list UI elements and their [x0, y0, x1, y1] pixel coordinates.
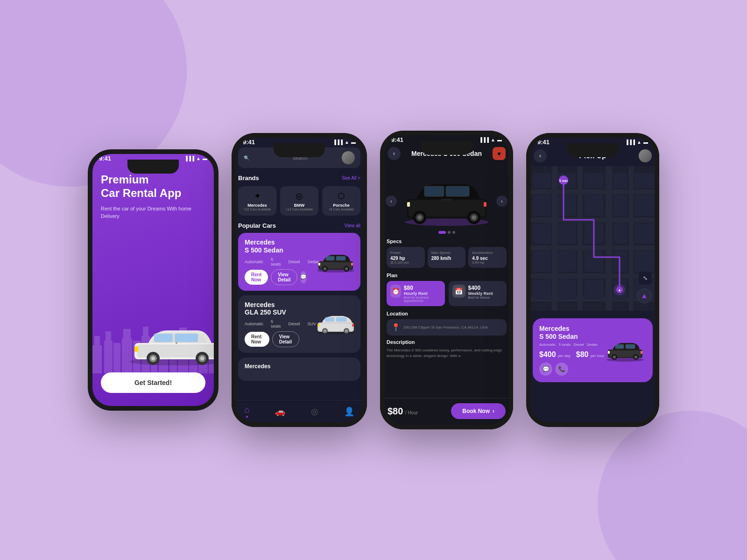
location-address: 200-298 Clipper St San Francisco, CA 941…	[403, 325, 488, 329]
porsche-name: Porsche	[325, 203, 358, 208]
status-icons-3: ▐▐▐ ▲ ▬	[479, 137, 502, 142]
plan-weekly-info: $400 Weekly Rent Best for leisure	[468, 285, 493, 299]
popular-header: Popular Cars View all	[238, 222, 360, 229]
weekly-name: Weekly Rent	[468, 291, 493, 296]
spec-speed-title: Max Speed	[431, 251, 462, 255]
pickup-call-button[interactable]: 📞	[555, 363, 568, 376]
svg-rect-113	[634, 251, 657, 272]
detail-header: ‹ Mercedes S 500 Sedan ♥	[380, 145, 513, 164]
plan-weekly[interactable]: 📅 $400 Weekly Rent Best for leisure	[449, 281, 507, 306]
status-time-2: 9:41	[243, 139, 255, 146]
pickup-spec-seats: 5 seats	[559, 343, 571, 347]
status-time-4: 9:41	[537, 139, 550, 146]
car-image-s500	[315, 250, 357, 273]
car-image-gla250	[315, 312, 357, 336]
spec-accel-sub: 0-60 mp	[472, 261, 503, 264]
get-started-button[interactable]: Get Started!	[101, 372, 205, 393]
svg-rect-110	[558, 251, 576, 272]
favorite-button[interactable]: ♥	[493, 147, 506, 160]
car-card-gla250: MercedesGLA 250 SUV Automatic 5 seats Di…	[238, 295, 360, 353]
pickup-spec-type: Sedan	[587, 343, 598, 347]
book-now-button[interactable]: Book Now ›	[451, 403, 506, 419]
desc-text: The Mercedes S 500 combines luxury, perf…	[387, 348, 507, 359]
nav-cars[interactable]: 🚗	[275, 406, 285, 417]
phone3-screen: 9:41 ▐▐▐ ▲ ▬ ‹ Mercedes S 500 Sedan ♥ ‹	[380, 131, 513, 429]
svg-rect-0	[92, 345, 102, 373]
spec-power-title: Power	[390, 251, 421, 255]
location-pin-icon: 📍	[391, 323, 401, 332]
map-compass[interactable]: ▲	[637, 288, 652, 303]
view-detail-button-gla250[interactable]: View Detail	[272, 331, 299, 347]
signal-icon-3: ▐▐▐	[479, 137, 489, 142]
spec-diesel-gla: Diesel	[289, 319, 300, 329]
brands-row: ✦ Mercedes +22 Cars Available ◎ BMW +12 …	[238, 186, 360, 216]
status-bar-2: 9:41 ▐▐▐ ▲ ▬	[232, 133, 367, 147]
brand-porsche[interactable]: ⬡ Porsche +8 Cars Available	[322, 186, 360, 216]
back-button[interactable]: ‹	[388, 147, 401, 160]
svg-rect-115	[558, 279, 576, 300]
svg-rect-53	[317, 324, 319, 327]
plan-hourly[interactable]: ⏰ $80 Hourly Rent Best for business appo…	[387, 281, 445, 306]
map-back-button[interactable]: ‹	[534, 149, 547, 162]
svg-rect-58	[424, 186, 444, 196]
nav-home[interactable]: ⌂	[244, 405, 249, 418]
spec-power-value: 429 hp	[390, 256, 421, 261]
svg-text:▲: ▲	[618, 288, 621, 292]
see-all-brands[interactable]: See All >	[342, 175, 360, 181]
chat-button-s500[interactable]: 💬	[300, 271, 307, 283]
splash-title: Premium Car Rental App	[101, 173, 205, 200]
spec-seats-gla: 5 seats	[271, 319, 281, 329]
nav-profile[interactable]: 👤	[344, 406, 354, 417]
rent-now-button-gla250[interactable]: Rent Now	[245, 332, 269, 347]
weekly-price: $400	[468, 285, 493, 291]
price-per-day: $400 per day	[539, 350, 571, 359]
plan-section: Plan ⏰ $80 Hourly Rent Best for business…	[387, 273, 507, 306]
svg-rect-23	[175, 334, 198, 342]
brand-bmw[interactable]: ◎ BMW +12 Cars Available	[280, 186, 318, 216]
popular-title: Popular Cars	[238, 222, 276, 229]
map-expand-button[interactable]: ⤡	[639, 272, 652, 285]
svg-rect-3	[106, 331, 111, 342]
dot-2	[448, 231, 451, 234]
rent-now-button-s500[interactable]: Rent Now	[245, 270, 268, 285]
status-time-1: 9:41	[99, 155, 111, 162]
battery-icon-4: ▬	[643, 140, 648, 145]
car-actions-s500: Rent Now View Detail 💬	[245, 269, 299, 285]
spec-accel-title: Acceleration	[472, 251, 503, 255]
specs-grid: Power 429 hp @ 6,100 rpm Max Speed 280 k…	[387, 247, 507, 268]
svg-rect-48	[336, 317, 346, 322]
svg-rect-104	[533, 223, 551, 244]
splash-car-image	[125, 317, 218, 369]
wifi-icon-2: ▲	[345, 140, 349, 145]
svg-rect-37	[336, 256, 345, 260]
svg-rect-4	[113, 343, 120, 373]
pickup-chat-button[interactable]: 💬	[539, 363, 552, 376]
svg-rect-42	[318, 263, 320, 266]
battery-icon-2: ▬	[351, 140, 356, 145]
svg-rect-96	[585, 173, 603, 188]
status-icons-1: ▐▐▐ ▲ ▬	[184, 156, 207, 161]
bottom-nav: ⌂ 🚗 ◎ 👤	[232, 400, 367, 427]
car-detail-title: Mercedes S 500 Sedan	[411, 150, 482, 157]
view-all-cars[interactable]: View all	[345, 223, 360, 228]
svg-rect-128	[626, 344, 635, 349]
signal-icon-2: ▐▐▐	[333, 140, 343, 145]
svg-rect-68	[441, 199, 452, 201]
brand-mercedes[interactable]: ✦ Mercedes +22 Cars Available	[238, 186, 276, 216]
svg-rect-101	[585, 195, 603, 216]
hour-price-value: $80	[576, 350, 589, 358]
svg-point-130	[613, 356, 616, 359]
search-bar[interactable]: 🔍 Search	[238, 147, 360, 168]
phone2-screen: 9:41 ▐▐▐ ▲ ▬ 🔍 Search Brands See All >	[232, 133, 367, 427]
gallery-next[interactable]: ›	[496, 196, 507, 207]
svg-rect-107	[613, 223, 627, 244]
svg-point-50	[324, 329, 327, 333]
car-actions-gla250: Rent Now View Detail	[245, 331, 299, 347]
svg-point-26	[151, 357, 155, 360]
nav-explore[interactable]: ◎	[311, 406, 318, 417]
porsche-count: +8 Cars Available	[325, 208, 358, 211]
view-detail-button-s500[interactable]: View Detail	[271, 269, 297, 285]
gallery-prev[interactable]: ‹	[386, 196, 397, 207]
location-input[interactable]: 📍 200-298 Clipper St San Francisco, CA 9…	[387, 319, 507, 336]
svg-rect-67	[484, 202, 486, 207]
